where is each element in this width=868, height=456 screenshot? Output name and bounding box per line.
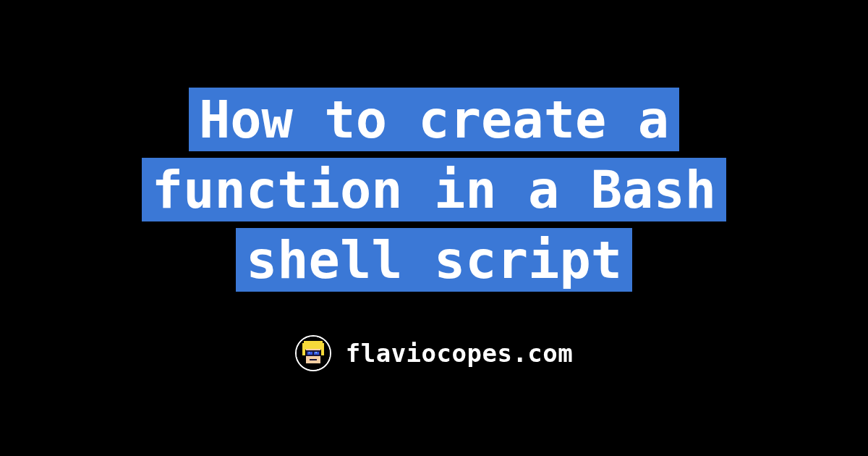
og-title-container: How to create a function in a Bash shell… xyxy=(80,85,788,296)
og-title-highlight: How to create a function in a Bash shell… xyxy=(142,88,726,292)
og-title: How to create a function in a Bash shell… xyxy=(80,85,788,296)
svg-rect-2 xyxy=(302,343,305,355)
svg-rect-3 xyxy=(321,343,324,355)
svg-rect-8 xyxy=(308,352,310,353)
svg-rect-9 xyxy=(315,352,316,353)
svg-rect-7 xyxy=(314,352,319,355)
byline: flaviocopes.com xyxy=(295,335,574,371)
avatar-icon xyxy=(295,335,331,371)
svg-rect-10 xyxy=(310,360,316,361)
site-name: flaviocopes.com xyxy=(346,339,574,368)
svg-rect-1 xyxy=(304,341,323,350)
